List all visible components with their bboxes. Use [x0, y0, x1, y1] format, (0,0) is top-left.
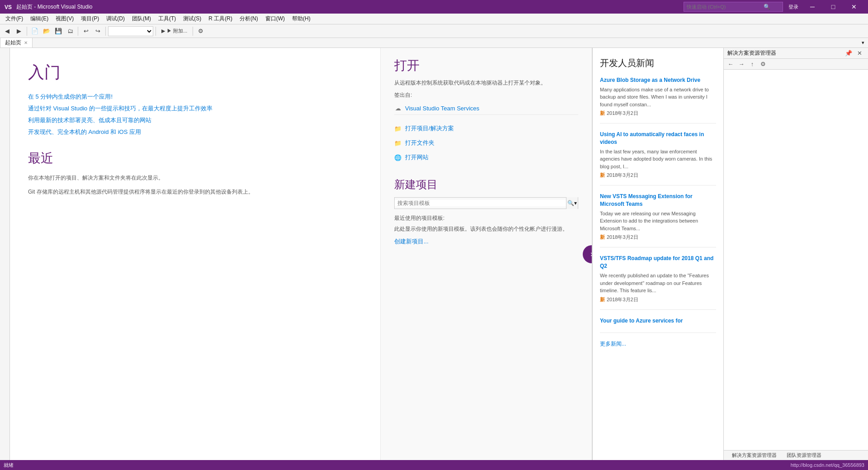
menu-analyze[interactable]: 分析(N): [236, 14, 262, 24]
news-item-5: Your guide to Azure services for: [600, 317, 716, 333]
intro-link-1[interactable]: 在 5 分钟内生成你的第一个应用!: [28, 93, 362, 101]
toolbar-back[interactable]: ◀: [2, 26, 13, 37]
toolbar-open[interactable]: 📂: [41, 26, 52, 37]
menu-project[interactable]: 项目(P): [77, 14, 103, 24]
menu-debug[interactable]: 调试(D): [103, 14, 128, 24]
intro-link-2[interactable]: 通过针对 Visual Studio 的一些提示和技巧，在最大程度上提升工作效率: [28, 104, 362, 113]
status-right: http://blog.csdn.net/qq_36556893: [791, 462, 864, 468]
open-desc: 从远程版本控制系统获取代码或在本地驱动器上打开某个对象。: [394, 79, 578, 87]
sidebar-tab-2[interactable]: 团队: [0, 55, 9, 61]
news-title-1[interactable]: Azure Blob Storage as a Network Drive: [600, 76, 716, 84]
tab-start-label: 起始页: [5, 39, 21, 47]
tab-close-btn[interactable]: ✕: [24, 40, 28, 45]
menu-help[interactable]: 帮助(H): [288, 14, 314, 24]
attach-button[interactable]: ▶ ▶ 附加...: [158, 26, 190, 36]
toolbar-redo[interactable]: ↪: [92, 26, 103, 37]
sidebar-tab-1[interactable]: 消息: [0, 50, 9, 55]
search-template-input[interactable]: [395, 200, 566, 206]
news-date-3: 2018年3月2日: [607, 234, 638, 241]
sol-settings-btn[interactable]: ⚙: [758, 59, 768, 69]
intro-link-4[interactable]: 开发现代、完全本机的 Android 和 iOS 应用: [28, 128, 362, 136]
menu-file[interactable]: 文件(F): [2, 14, 27, 24]
toolbar-save[interactable]: 💾: [53, 26, 64, 37]
status-left: 就绪: [4, 462, 14, 469]
solution-explorer-title: 解决方案资源管理器: [727, 49, 776, 57]
toolbar-undo[interactable]: ↩: [80, 26, 91, 37]
news-badge-4: 新: [600, 296, 605, 303]
search-icon: 🔍: [764, 4, 770, 10]
news-panel: 开发人员新闻 Azure Blob Storage as a Network D…: [592, 48, 723, 460]
signin-label: 签出自:: [394, 91, 578, 99]
template-placeholder-text: 此处显示你使用的新项目模板。该列表也会随你的个性化帐户进行漫游。: [394, 225, 578, 233]
solution-close-btn[interactable]: ✕: [854, 48, 864, 58]
news-meta-3: 新 2018年3月2日: [600, 234, 716, 241]
toolbar-separator-2: [78, 27, 78, 36]
open-project-label: 打开项目/解决方案: [405, 124, 454, 133]
news-desc-3: Today we are releasing our new Messaging…: [600, 210, 716, 233]
status-text: 就绪: [4, 462, 14, 469]
play-icon: ▶: [161, 28, 165, 34]
tab-dropdown-btn[interactable]: ▾: [858, 38, 868, 47]
news-badge-2: 新: [600, 172, 605, 179]
menu-window[interactable]: 窗口(W): [262, 14, 288, 24]
minimize-button[interactable]: ─: [802, 0, 823, 14]
news-title-2[interactable]: Using AI to automatically redact faces i…: [600, 131, 716, 146]
recent-desc-2: Git 存储库的远程主机和其他源代码管理提供程序将显示在最近的你登录到的其他设备…: [28, 188, 362, 196]
close-button[interactable]: ✕: [844, 0, 864, 14]
window-title: 起始页 - Microsoft Visual Studio: [16, 3, 684, 11]
news-title-4[interactable]: VSTS/TFS Roadmap update for 2018 Q1 and …: [600, 255, 716, 270]
news-item-2: Using AI to automatically redact faces i…: [600, 131, 716, 185]
solution-explorer-header: 解决方案资源管理器 📌 ✕: [724, 48, 868, 59]
tab-bar: 起始页 ✕ ▾: [0, 38, 868, 48]
tab-start-page[interactable]: 起始页 ✕: [0, 38, 33, 47]
main-layout: 消息 团队 工具箱 入门 在 5 分钟内生成你的第一个应用! 通过针对 Visu…: [0, 48, 868, 460]
news-item-4: VSTS/TFS Roadmap update for 2018 Q1 and …: [600, 255, 716, 309]
search-template-btn[interactable]: 🔍▾: [566, 197, 578, 209]
bottom-tab-solution[interactable]: 解决方案资源管理器: [727, 451, 781, 461]
create-new-project-link[interactable]: 创建新项目...: [394, 237, 578, 246]
open-section: 打开 从远程版本控制系统获取代码或在本地驱动器上打开某个对象。 签出自: Vis…: [394, 57, 578, 164]
news-title-3[interactable]: New VSTS Messaging Extension for Microso…: [600, 193, 716, 208]
news-badge-3: 新: [600, 234, 605, 241]
cloud-icon: [394, 104, 401, 112]
news-date-2: 2018年3月2日: [607, 172, 638, 179]
sol-forward-btn[interactable]: →: [736, 59, 746, 69]
vsts-label: Visual Studio Team Services: [405, 105, 479, 112]
bottom-tab-team[interactable]: 团队资源管理器: [782, 451, 826, 461]
start-left-panel: 入门 在 5 分钟内生成你的第一个应用! 通过针对 Visual Studio …: [10, 48, 381, 460]
news-title-5[interactable]: Your guide to Azure services for: [600, 317, 716, 325]
sidebar-tab-3[interactable]: 工具箱: [0, 61, 9, 66]
menu-edit[interactable]: 编辑(E): [27, 14, 52, 24]
vsts-item[interactable]: Visual Studio Team Services: [394, 102, 578, 115]
news-badge-1: 新: [600, 110, 605, 117]
menu-tools[interactable]: 工具(T): [155, 14, 179, 24]
news-meta-1: 新 2018年3月2日: [600, 110, 716, 117]
toolbar-new[interactable]: 📄: [29, 26, 40, 37]
recent-desc-1: 你在本地打开的项目、解决方案和文件夹将在此次显示。: [28, 174, 362, 182]
open-website-link[interactable]: 打开网站: [394, 151, 578, 164]
recent-title: 最近: [28, 150, 362, 167]
news-item-1: Azure Blob Storage as a Network Drive Ma…: [600, 76, 716, 123]
maximize-button[interactable]: □: [823, 0, 844, 14]
vs-logo: VS: [4, 2, 13, 11]
quick-launch-input[interactable]: [687, 4, 764, 9]
menu-r-tools[interactable]: R 工具(R): [205, 14, 236, 24]
toolbar-forward[interactable]: ▶: [14, 26, 24, 37]
open-project-link[interactable]: 打开项目/解决方案: [394, 122, 578, 135]
toolbar-save-all[interactable]: 🗂: [65, 26, 75, 37]
menu-view[interactable]: 视图(V): [52, 14, 77, 24]
intro-links: 在 5 分钟内生成你的第一个应用! 通过针对 Visual Studio 的一些…: [28, 93, 362, 136]
menu-team[interactable]: 团队(M): [128, 14, 155, 24]
configuration-dropdown[interactable]: [108, 26, 153, 36]
open-folder-link[interactable]: 打开文件夹: [394, 137, 578, 149]
expand-arrow-btn[interactable]: ›: [583, 245, 592, 263]
sol-back-btn[interactable]: ←: [726, 59, 736, 69]
solution-pin-btn[interactable]: 📌: [844, 48, 854, 58]
more-news-link[interactable]: 更多新闻...: [600, 340, 716, 348]
sol-up-btn[interactable]: ↑: [747, 59, 757, 69]
toolbar-extra[interactable]: ⚙: [195, 26, 206, 37]
login-button[interactable]: 登录: [785, 4, 802, 10]
intro-link-3[interactable]: 利用最新的技术部署灵亮、低成本且可靠的网站: [28, 116, 362, 124]
quick-launch-container: 🔍: [684, 2, 783, 12]
menu-test[interactable]: 测试(S): [179, 14, 205, 24]
